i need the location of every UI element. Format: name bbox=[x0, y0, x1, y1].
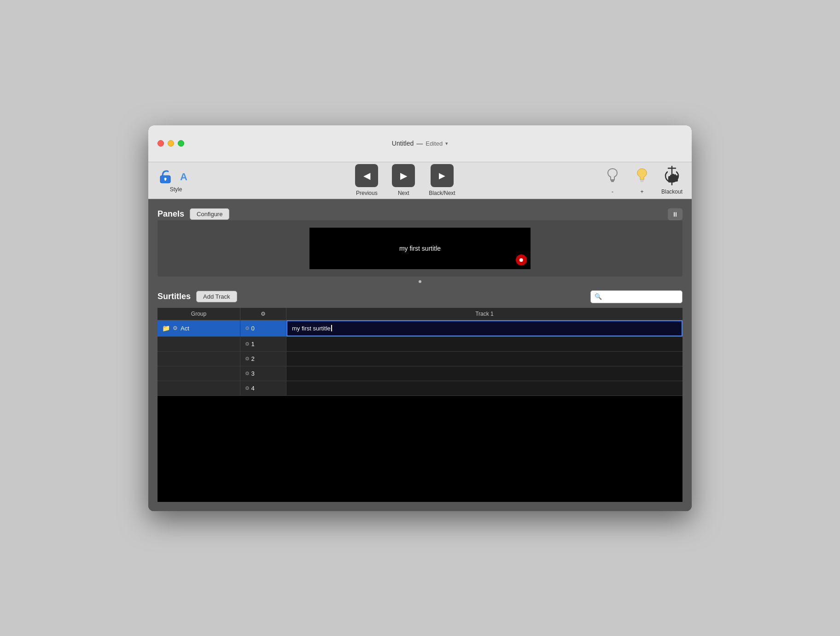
preview-screen: my first surtitle ⏺ bbox=[309, 228, 531, 269]
close-button[interactable] bbox=[158, 140, 164, 147]
svg-rect-2 bbox=[165, 179, 166, 181]
bulb-off-icon bbox=[602, 165, 623, 186]
svg-text:A: A bbox=[180, 171, 187, 183]
row1-gear: ⚙ bbox=[245, 341, 250, 347]
search-input[interactable] bbox=[605, 293, 678, 300]
title-chevron-icon[interactable]: ▾ bbox=[445, 141, 448, 147]
brightness-plus-label: + bbox=[640, 188, 643, 195]
record-icon: ⏺ bbox=[519, 257, 524, 263]
add-track-button[interactable]: Add Track bbox=[196, 291, 237, 302]
row0-group-label: Act bbox=[181, 325, 189, 332]
dot-1 bbox=[419, 280, 421, 283]
row3-num: ⚙ 3 bbox=[240, 366, 286, 381]
window-title: Untitled — Edited ▾ bbox=[392, 140, 448, 147]
row4-content[interactable] bbox=[286, 381, 682, 395]
right-controls: - + bbox=[602, 165, 682, 195]
blackout-button[interactable]: Blackout bbox=[661, 165, 682, 195]
row1-content[interactable] bbox=[286, 337, 682, 351]
configure-button[interactable]: Configure bbox=[190, 208, 229, 220]
row0-gear: ⚙ bbox=[245, 325, 250, 331]
preview-pagination bbox=[158, 280, 682, 283]
maximize-button[interactable] bbox=[178, 140, 184, 147]
row2-content[interactable] bbox=[286, 352, 682, 366]
col-track: Track 1 bbox=[286, 308, 682, 320]
col-group: Group bbox=[158, 308, 240, 320]
surtitles-table: Group ⚙ Track 1 📁 ⚙ Act ⚙ 0 my first bbox=[158, 308, 682, 396]
svg-rect-8 bbox=[641, 181, 643, 182]
titlebar: Untitled — Edited ▾ bbox=[148, 125, 692, 162]
folder-icon: 📁 bbox=[162, 324, 170, 332]
svg-rect-6 bbox=[611, 181, 614, 182]
row0-group: 📁 ⚙ Act bbox=[158, 320, 240, 336]
row2-group bbox=[158, 352, 240, 366]
title-edited: Edited bbox=[426, 140, 443, 147]
brightness-on-button[interactable]: + bbox=[632, 165, 652, 195]
next-icon: ▶ bbox=[392, 164, 415, 187]
traffic-lights bbox=[158, 140, 184, 147]
table-header: Group ⚙ Track 1 bbox=[158, 308, 682, 320]
row0-content[interactable]: my first surtitle bbox=[286, 320, 682, 336]
blacknext-label: Black/Next bbox=[429, 190, 455, 196]
svg-rect-5 bbox=[611, 180, 614, 181]
search-icon: 🔍 bbox=[595, 293, 602, 300]
main-content: Panels Configure ⏸ my first surtitle ⏺ bbox=[148, 199, 692, 511]
row1-group bbox=[158, 337, 240, 351]
panels-header: Panels Configure ⏸ bbox=[158, 208, 682, 220]
bottom-black-area bbox=[158, 396, 682, 502]
minimize-button[interactable] bbox=[168, 140, 174, 147]
row3-gear: ⚙ bbox=[245, 371, 250, 377]
table-row[interactable]: ⚙ 4 bbox=[158, 381, 682, 396]
transport-controls: ◀ Previous ▶ Next ▶ Black/Next bbox=[213, 164, 598, 196]
row2-gear: ⚙ bbox=[245, 356, 250, 362]
row4-gear: ⚙ bbox=[245, 385, 250, 391]
title-separator: — bbox=[416, 140, 423, 147]
row2-num: ⚙ 2 bbox=[240, 352, 286, 366]
next-button[interactable]: ▶ Next bbox=[392, 164, 415, 196]
previous-button[interactable]: ◀ Previous bbox=[355, 164, 378, 196]
row0-num: ⚙ 0 bbox=[240, 320, 286, 336]
search-box[interactable]: 🔍 bbox=[590, 290, 682, 303]
main-window: Untitled — Edited ▾ bbox=[148, 125, 692, 511]
style-label: Style bbox=[170, 186, 182, 193]
panels-section: Panels Configure ⏸ my first surtitle ⏺ bbox=[158, 208, 682, 283]
toolbar: A Style ◀ Previous ▶ Next ▶ Black/Next bbox=[148, 162, 692, 199]
surtitles-section: Surtitles Add Track 🔍 Group ⚙ Track 1 bbox=[158, 290, 682, 396]
style-tool: A Style bbox=[158, 168, 194, 193]
blackout-label: Blackout bbox=[661, 188, 682, 195]
table-row[interactable]: ⚙ 2 bbox=[158, 352, 682, 366]
previous-label: Previous bbox=[356, 190, 378, 196]
previous-icon: ◀ bbox=[355, 164, 378, 187]
row3-content[interactable] bbox=[286, 366, 682, 381]
record-indicator: ⏺ bbox=[516, 254, 527, 265]
surtitles-header: Surtitles Add Track 🔍 bbox=[158, 290, 682, 303]
preview-text: my first surtitle bbox=[399, 245, 441, 252]
table-row[interactable]: ⚙ 3 bbox=[158, 366, 682, 381]
blackout-icon bbox=[662, 165, 682, 186]
title-text: Untitled bbox=[392, 140, 414, 147]
pause-button[interactable]: ⏸ bbox=[668, 208, 682, 220]
row0-text: my first surtitle bbox=[292, 325, 331, 332]
col-num: ⚙ bbox=[240, 308, 286, 320]
blacknext-button[interactable]: ▶ Black/Next bbox=[429, 164, 455, 196]
preview-area: my first surtitle ⏺ bbox=[158, 220, 682, 277]
row4-num: ⚙ 4 bbox=[240, 381, 286, 395]
next-label: Next bbox=[398, 190, 409, 196]
font-style-icon[interactable]: A bbox=[177, 168, 194, 185]
table-row[interactable]: 📁 ⚙ Act ⚙ 0 my first surtitle bbox=[158, 320, 682, 337]
brightness-off-button[interactable]: - bbox=[602, 165, 623, 195]
pause-icon: ⏸ bbox=[672, 211, 678, 218]
surtitles-title: Surtitles bbox=[158, 292, 191, 301]
table-row[interactable]: ⚙ 1 bbox=[158, 337, 682, 352]
row1-num: ⚙ 1 bbox=[240, 337, 286, 351]
row4-group bbox=[158, 381, 240, 395]
blacknext-icon: ▶ bbox=[431, 164, 454, 187]
gear-icon-0: ⚙ bbox=[173, 325, 178, 331]
lock-icon[interactable] bbox=[158, 168, 175, 185]
panels-title: Panels bbox=[158, 209, 184, 219]
svg-rect-7 bbox=[640, 180, 644, 181]
row3-group bbox=[158, 366, 240, 381]
svg-rect-14 bbox=[668, 176, 671, 183]
bulb-on-icon bbox=[632, 165, 652, 186]
brightness-minus-label: - bbox=[612, 188, 613, 195]
